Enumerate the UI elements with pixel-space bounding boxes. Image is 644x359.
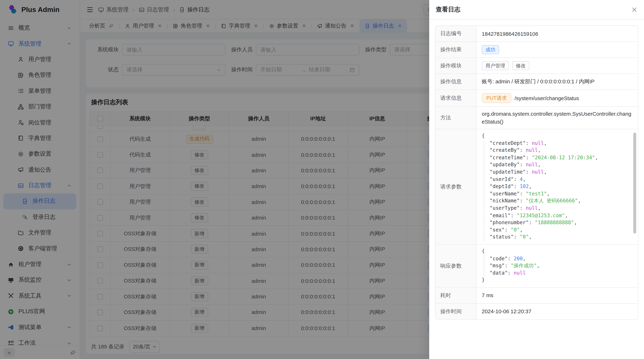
java-method-value: org.dromara.system.controller.system.Sys…	[482, 110, 632, 125]
request-url: /system/user/changeStatus	[515, 95, 579, 101]
request-params-json: {"createDept": null,"createBy": null,"cr…	[482, 133, 632, 241]
result-status-badge: 成功	[482, 45, 499, 54]
field-row-info: 操作信息 账号: admin / 研发部门 / 0:0:0:0:0:0:0:1 …	[436, 74, 638, 90]
http-method-badge: PUT请求	[482, 93, 511, 103]
field-row-op-time: 操作时间 2024-10-06 12:20:37	[436, 304, 638, 319]
log-detail-table: 日志编号 1842781986426159106 操作结果 成功 操作模块 用户…	[435, 25, 638, 320]
field-row-result: 操作结果 成功	[436, 42, 638, 58]
field-row-method: 方法 org.dromara.system.controller.system.…	[436, 107, 638, 129]
operation-info-value: 账号: admin / 研发部门 / 0:0:0:0:0:0:0:1 / 内网I…	[482, 78, 594, 85]
drawer-body: 日志编号 1842781986426159106 操作结果 成功 操作模块 用户…	[429, 20, 644, 359]
field-row-response-params: 响应参数 {"code": 200,"msg": "操作成功","data": …	[436, 245, 638, 288]
field-row-request-params: 请求参数 {"createDept": null,"createBy": nul…	[436, 129, 638, 245]
module-tag: 用户管理	[482, 61, 509, 70]
close-icon[interactable]	[631, 6, 638, 13]
drawer-header: 查看日志	[429, 0, 644, 20]
scrollbar-thumb[interactable]	[633, 133, 636, 234]
action-tag: 修改	[512, 61, 529, 70]
response-params-json: {"code": 200,"msg": "操作成功","data": null}	[482, 248, 632, 284]
log-id-value: 1842781986426159106	[482, 30, 538, 37]
op-time-value: 2024-10-06 12:20:37	[482, 308, 531, 315]
drawer-title: 查看日志	[436, 6, 460, 13]
view-log-drawer: 查看日志 日志编号 1842781986426159106 操作结果 成功 操作…	[429, 0, 644, 359]
duration-value: 7 ms	[482, 293, 494, 299]
field-row-module: 操作模块 用户管理 修改	[436, 58, 638, 74]
app-root: Plus Admin 概览系统管理用户管理角色管理菜单管理部门管理岗位管理字典管…	[0, 0, 644, 359]
field-row-log-id: 日志编号 1842781986426159106	[436, 26, 638, 42]
field-row-request: 请求信息 PUT请求 /system/user/changeStatus	[436, 90, 638, 107]
field-row-duration: 耗时 7 ms	[436, 288, 638, 304]
